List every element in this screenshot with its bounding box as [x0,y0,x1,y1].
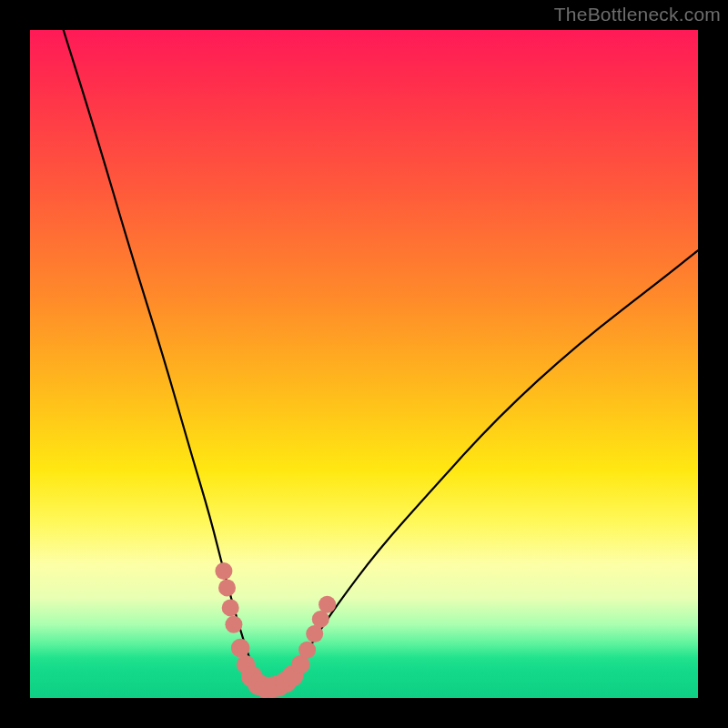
marker-dot [215,562,232,580]
marker-dot [312,611,329,628]
marker-dot [298,642,316,659]
marker-dot [225,616,242,633]
marker-dot [318,596,336,613]
curve-layer [30,30,698,698]
curve-markers [215,562,336,698]
chart-frame: TheBottleneck.com [0,0,728,728]
plot-area [30,30,698,698]
marker-dot [218,579,236,596]
marker-dot [231,639,250,658]
bottleneck-curve [64,30,698,692]
watermark-text: TheBottleneck.com [554,4,721,25]
marker-dot [222,599,239,616]
